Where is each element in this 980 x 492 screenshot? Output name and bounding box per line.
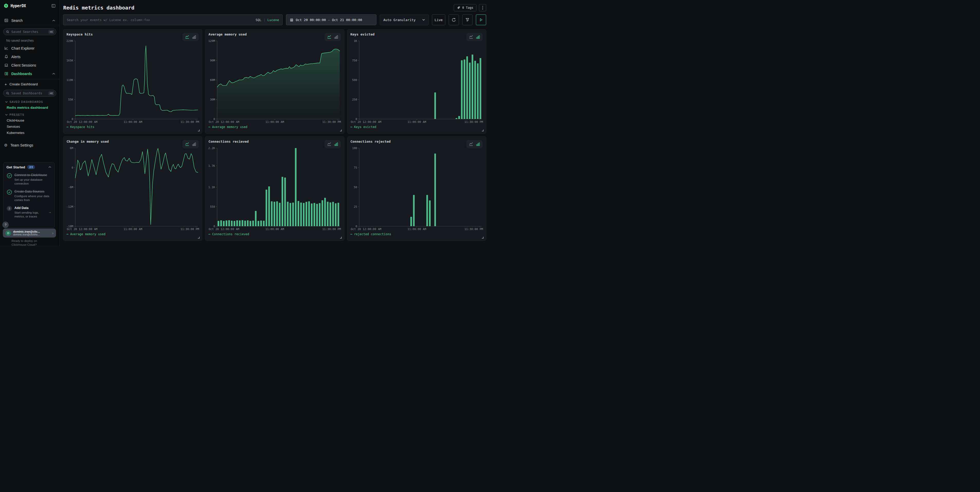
live-button[interactable]: Live (432, 14, 445, 25)
sidebar-item-search[interactable]: Search (0, 16, 59, 25)
play-icon (479, 18, 483, 22)
chart-view-toggle (466, 33, 482, 41)
svg-text:250: 250 (352, 98, 357, 101)
refresh-button[interactable] (449, 14, 459, 25)
arrow-right-icon: → (48, 210, 51, 214)
bar-view-icon[interactable] (192, 142, 196, 146)
chart-title: Keys evicted (350, 32, 483, 36)
chart-view-toggle (183, 33, 199, 41)
svg-text:120M: 120M (208, 39, 215, 43)
line-view-icon[interactable] (469, 35, 473, 39)
search-icon (6, 91, 10, 95)
get-started-header[interactable]: Get Started 2/3 (6, 165, 51, 169)
get-started-progress-badge: 2/3 (27, 165, 35, 169)
svg-text:Oct 20 12:00:00 AM: Oct 20 12:00:00 AM (67, 120, 98, 124)
svg-text:90M: 90M (210, 59, 215, 62)
panel-menu-button[interactable] (479, 4, 486, 11)
line-view-icon[interactable] (185, 35, 189, 39)
preset-item-services[interactable]: Services (0, 123, 59, 129)
gear-icon: ⚙ (4, 143, 8, 148)
panel-collapse-icon (51, 3, 56, 8)
bar-view-icon[interactable] (192, 35, 196, 39)
granularity-select[interactable]: Auto Granularity (380, 14, 429, 25)
saved-dashboards-input[interactable]: Saved Dashboards ⌘K (3, 90, 56, 97)
chevron-up-icon (52, 19, 55, 22)
sidebar-item-alerts[interactable]: Alerts (0, 53, 59, 61)
tag-icon (457, 6, 460, 10)
sidebar-item-label: Alerts (11, 55, 55, 59)
user-account-button[interactable]: D dominic.tran@clic... dominic.tran@clic… (3, 229, 56, 237)
svg-text:11:00:00 AM: 11:00:00 AM (266, 120, 284, 124)
chart-title: Connections rejected (350, 140, 483, 143)
panel-resize-handle[interactable] (482, 129, 484, 131)
line-view-icon[interactable] (327, 142, 331, 146)
chart-canvas[interactable]: 0255075100Oct 20 12:00:00 AM11:00:00 AM1… (350, 145, 483, 232)
sidebar-item-team-settings[interactable]: ⚙ Team Settings (0, 141, 59, 150)
line-view-icon[interactable] (469, 142, 473, 146)
line-view-icon[interactable] (327, 35, 331, 39)
sidebar-item-dashboards[interactable]: Dashboards (0, 69, 59, 78)
chart-canvas[interactable]: 02505007501KOct 20 12:00:00 AM11:00:00 A… (350, 37, 483, 125)
bar-view-icon[interactable] (476, 142, 480, 146)
user-email-primary: dominic.tran@clic... (13, 230, 50, 233)
filter-button[interactable] (462, 14, 473, 25)
line-view-icon[interactable] (185, 142, 189, 146)
run-query-button[interactable] (476, 14, 486, 25)
get-started-step-connect[interactable]: Connect to ClickHouse Set up your databa… (6, 172, 51, 186)
shortcut-badge: ⌘K (48, 91, 54, 96)
collapse-sidebar-button[interactable] (51, 3, 56, 8)
chart-panel-change-in-memory: Change in memory used -18M-12M-6M06MOct … (63, 137, 202, 241)
laptop-icon (4, 63, 8, 67)
chart-canvas[interactable]: 030M60M90M120MOct 20 12:00:00 AM11:00:00… (208, 37, 341, 125)
svg-text:11:30:00 PM: 11:30:00 PM (180, 228, 199, 231)
chart-view-toggle (183, 140, 199, 148)
saved-dashboards-header[interactable]: SAVED DASHBOARDS (0, 97, 59, 103)
svg-text:11:30:00 PM: 11:30:00 PM (180, 120, 199, 124)
panel-resize-handle[interactable] (198, 237, 200, 239)
search-input[interactable] (67, 18, 253, 22)
sidebar-item-chart-explorer[interactable]: Chart Explorer (0, 44, 59, 53)
saved-searches-input[interactable]: Saved Searches ⌘K (3, 28, 56, 35)
svg-text:165K: 165K (67, 59, 73, 62)
sidebar-item-label: Chart Explorer (11, 46, 55, 50)
panel-resize-handle[interactable] (340, 237, 342, 239)
tags-button[interactable]: 0 Tags (454, 4, 476, 11)
bar-view-icon[interactable] (476, 35, 480, 39)
svg-text:11:00:00 AM: 11:00:00 AM (266, 228, 284, 231)
sidebar-item-client-sessions[interactable]: Client Sessions (0, 61, 59, 69)
create-dashboard-button[interactable]: + Create Dashboard (0, 79, 59, 87)
panel-resize-handle[interactable] (482, 237, 484, 239)
legend-swatch: — (350, 125, 352, 129)
panel-resize-handle[interactable] (198, 129, 200, 131)
chart-canvas[interactable]: 055K110K165K220KOct 20 12:00:00 AM11:00:… (67, 37, 199, 125)
bar-view-icon[interactable] (334, 142, 338, 146)
chart-panel-keys-evicted: Keys evicted 02505007501KOct 20 12:00:00… (347, 29, 486, 134)
chevron-up-icon (48, 166, 51, 168)
svg-text:Oct 20 12:00:00 AM: Oct 20 12:00:00 AM (351, 228, 382, 231)
svg-text:-12M: -12M (67, 205, 73, 209)
get-started-step-sources[interactable]: Create Data Sources Configure where your… (6, 189, 51, 202)
panel-resize-handle[interactable] (340, 129, 342, 131)
svg-text:6M: 6M (70, 146, 73, 150)
presets-header[interactable]: PRESETS (0, 110, 59, 116)
preset-item-clickhouse[interactable]: ClickHouse (0, 116, 59, 123)
get-started-step-add-data[interactable]: 3 Add Data Start sending logs, metrics, … (6, 205, 51, 218)
tags-label: 0 Tags (462, 6, 473, 10)
dashboard-header: Redis metrics dashboard 0 Tags (63, 4, 486, 11)
bar-view-icon[interactable] (334, 35, 338, 39)
chart-canvas[interactable]: -18M-12M-6M06MOct 20 12:00:00 AM11:00:00… (67, 145, 199, 232)
page-title: Redis metrics dashboard (63, 5, 454, 11)
date-range-picker[interactable]: Oct 20 00:00:00 - Oct 21 00:00:00 (286, 14, 376, 25)
sql-toggle[interactable]: SQL (256, 18, 262, 22)
sidebar-item-label: Dashboards (11, 72, 49, 76)
chart-title: Change in memory used (67, 140, 199, 143)
chart-legend: —Average memory used (208, 125, 341, 129)
chart-panel-connections-rejected: Connections rejected 0255075100Oct 20 12… (347, 137, 486, 241)
help-button[interactable]: ? (2, 221, 9, 228)
svg-text:30M: 30M (210, 98, 215, 101)
filter-icon (465, 18, 470, 22)
lucene-toggle[interactable]: Lucene (267, 18, 279, 22)
chart-canvas[interactable]: 05501.1K1.7K2.2KOct 20 12:00:00 AM11:00:… (208, 145, 341, 232)
preset-item-kubernetes[interactable]: Kubernetes (0, 129, 59, 135)
saved-dashboard-item[interactable]: Redis metrics dashboard (0, 103, 59, 110)
